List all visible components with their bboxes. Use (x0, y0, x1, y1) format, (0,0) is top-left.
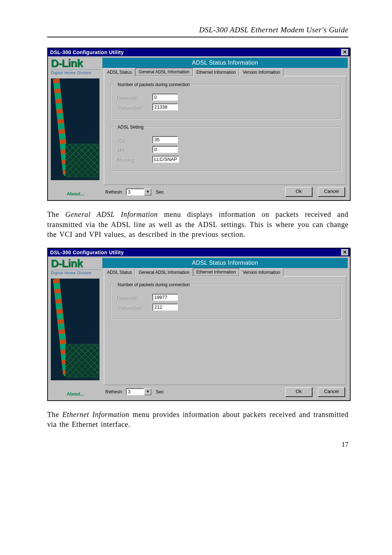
brand-tagline: Digital Home Divison (51, 270, 100, 275)
tab-pane: Number of packets during connection Rece… (104, 76, 346, 185)
group-packet-counts: Number of packets during connection Rece… (111, 82, 341, 119)
close-icon[interactable]: ✕ (341, 249, 348, 256)
transmitted-label: Transmitted (116, 304, 152, 310)
received-field[interactable]: 0 (152, 94, 178, 101)
refresh-value[interactable]: 3 (126, 189, 144, 195)
left-column: D-Link Digital Home Divison About... (48, 56, 102, 200)
tab-ethernet-info[interactable]: Ethernet Information (193, 68, 239, 76)
vpi-field[interactable]: 0 (152, 146, 178, 153)
titlebar[interactable]: DSL-300 Configuration Utility ✕ (48, 248, 350, 256)
paragraph-2: The Ethernet Information menu provides i… (47, 410, 348, 430)
refresh-label: Refresh: (105, 389, 123, 394)
refresh-unit: Sec (156, 189, 164, 195)
group-legend: Number of packets during connection (116, 282, 191, 287)
chevron-down-icon[interactable]: ▼ (144, 189, 151, 195)
about-link[interactable]: About... (51, 188, 100, 197)
bottom-row: Refresh: 3 ▼ Sec Ok Cancel (102, 385, 348, 398)
tab-bar: ADSL Status General ADSL Information Eth… (102, 268, 348, 276)
chevron-down-icon[interactable]: ▼ (144, 388, 151, 395)
tab-general-adsl-info[interactable]: General ADSL Information (135, 68, 193, 76)
transmitted-field[interactable]: 212 (152, 304, 178, 311)
received-label: Received (116, 295, 152, 300)
brand-tagline: Digital Home Divison (51, 69, 100, 75)
tab-general-adsl-info[interactable]: General ADSL Information (135, 268, 193, 276)
titlebar-text: DSL-300 Configuration Utility (50, 49, 124, 55)
received-label: Received (116, 94, 152, 100)
framing-field[interactable]: LLC/SNAP (152, 156, 179, 163)
brand-logo: D-Link (51, 258, 100, 269)
decorative-side-image (51, 279, 99, 380)
vci-field[interactable]: 35 (152, 136, 178, 143)
group-adsl-setting: ADSL Setting VCI 35 VPI 0 Framing LLC/SN… (111, 125, 341, 171)
tab-adsl-status[interactable]: ADSL Status (104, 68, 135, 76)
brand-logo: D-Link (51, 58, 100, 69)
left-column: D-Link Digital Home Divison About... (48, 256, 102, 400)
close-icon[interactable]: ✕ (341, 49, 348, 56)
dialog-ethernet-info: DSL-300 Configuration Utility ✕ D-Link D… (47, 248, 351, 401)
ok-button[interactable]: Ok (285, 387, 312, 397)
decorative-side-image (51, 78, 99, 180)
tab-version-info[interactable]: Version Information (240, 268, 283, 276)
panel-banner: ADSL Status Information (102, 258, 348, 268)
ok-button[interactable]: Ok (285, 187, 312, 197)
bottom-row: Refresh: 3 ▼ Sec Ok Cancel (102, 185, 348, 198)
tab-adsl-status[interactable]: ADSL Status (104, 268, 135, 276)
tab-version-info[interactable]: Version Information (240, 68, 283, 76)
page-number: 17 (47, 441, 348, 449)
page-header: DSL-300 ADSL Ethernet Modem User's Guide (47, 25, 348, 37)
received-field[interactable]: 19977 (152, 294, 178, 301)
transmitted-label: Transmitted (116, 104, 152, 110)
vci-label: VCI (116, 137, 152, 142)
group-packet-counts: Number of packets during connection Rece… (111, 282, 341, 319)
cancel-button[interactable]: Cancel (318, 187, 345, 197)
titlebar[interactable]: DSL-300 Configuration Utility ✕ (48, 48, 350, 56)
vpi-label: VPI (116, 147, 152, 152)
group-legend: Number of packets during connection (116, 82, 191, 87)
group-legend: ADSL Setting (116, 125, 145, 130)
tab-bar: ADSL Status General ADSL Information Eth… (102, 68, 348, 76)
refresh-value[interactable]: 3 (126, 388, 144, 395)
panel-banner: ADSL Status Information (102, 58, 348, 68)
cancel-button[interactable]: Cancel (318, 387, 345, 397)
refresh-label: Refresh: (105, 189, 123, 195)
refresh-unit: Sec (156, 389, 164, 394)
tab-ethernet-info[interactable]: Ethernet Information (193, 268, 239, 276)
paragraph-1: The General ADSL Information menu displa… (47, 210, 348, 240)
framing-label: Framing (116, 157, 152, 162)
tab-pane: Number of packets during connection Rece… (104, 276, 346, 385)
titlebar-text: DSL-300 Configuration Utility (50, 250, 124, 255)
dialog-general-adsl: DSL-300 Configuration Utility ✕ D-Link D… (47, 48, 351, 201)
transmitted-field[interactable]: 21338 (152, 104, 178, 110)
about-link[interactable]: About... (51, 388, 100, 397)
